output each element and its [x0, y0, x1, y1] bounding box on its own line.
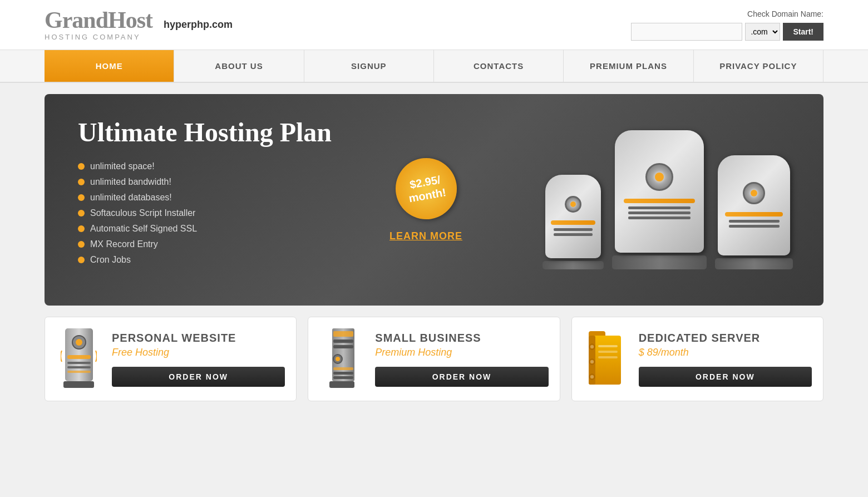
list-item: Softaculous Script Installer	[78, 208, 356, 218]
bullet-icon	[78, 194, 85, 201]
price-badge: $2.95/month!	[391, 153, 461, 224]
server-vent	[554, 228, 593, 231]
server-base	[542, 261, 604, 269]
hero-features-list: unlimited space! unlimited bandwidth! un…	[78, 161, 356, 265]
svg-rect-9	[333, 331, 353, 337]
server-tower-icon	[61, 328, 97, 390]
svg-rect-16	[333, 376, 353, 379]
nav-item-contacts: CONTACTS	[434, 50, 564, 82]
hero-content: Ultimate Hosting Plan unlimited space! u…	[78, 118, 356, 282]
svg-rect-28	[598, 351, 618, 353]
logo-brand: GrandHost	[45, 8, 152, 32]
domain-input[interactable]	[631, 23, 742, 41]
server-eye-icon	[743, 182, 765, 204]
svg-rect-5	[67, 366, 91, 368]
bullet-icon	[78, 257, 85, 263]
logo-text: GrandHost HOSTING COMPANY	[45, 8, 152, 41]
card-dedicated-title: DEDICATED SERVER	[639, 332, 812, 345]
service-cards: PERSONAL WEBSITE Free Hosting ORDER NOW	[45, 317, 823, 401]
svg-point-22	[590, 345, 594, 348]
card-business: SMALL BUSINESS Premium Hosting ORDER NOW	[308, 317, 560, 401]
list-item: Cron Jobs	[78, 255, 356, 265]
list-item: unlimited bandwidth!	[78, 177, 356, 187]
list-item: unlimited databases!	[78, 193, 356, 203]
card-dedicated-info: DEDICATED SERVER $ 89/month ORDER NOW	[639, 332, 812, 387]
hero-title: Ultimate Hosting Plan	[78, 118, 356, 147]
server-vent	[729, 220, 780, 223]
server-body-medium	[718, 155, 790, 255]
server-eye-icon	[565, 196, 581, 213]
nav-link-privacy[interactable]: PRIVACY POLICY	[694, 50, 823, 82]
svg-rect-11	[333, 345, 353, 348]
svg-rect-15	[333, 372, 353, 375]
card-dedicated: DEDICATED SERVER $ 89/month ORDER NOW	[571, 317, 823, 401]
card-personal: PERSONAL WEBSITE Free Hosting ORDER NOW	[45, 317, 297, 401]
nav-link-about[interactable]: ABOUT US	[174, 50, 304, 82]
nav-link-premium[interactable]: PREMIUM PLANS	[564, 50, 693, 82]
card-personal-info: PERSONAL WEBSITE Free Hosting ORDER NOW	[112, 332, 285, 387]
svg-rect-3	[67, 355, 91, 359]
bullet-icon	[78, 241, 85, 248]
tld-select[interactable]: .com .net .org .info	[745, 23, 780, 41]
card-personal-title: PERSONAL WEBSITE	[112, 332, 285, 345]
svg-rect-6	[67, 371, 91, 373]
svg-point-26	[590, 375, 594, 378]
nav-item-home: HOME	[45, 50, 174, 82]
server-3d-illustration	[542, 130, 793, 269]
server-base	[612, 255, 707, 269]
server-vent	[628, 216, 691, 219]
domain-check-row: .com .net .org .info Start!	[631, 23, 823, 41]
svg-rect-17	[329, 381, 354, 388]
order-now-button-dedicated[interactable]: ORDER NOW	[639, 367, 812, 387]
server-stripe	[624, 199, 695, 203]
list-item: unlimited space!	[78, 161, 356, 171]
nav-link-signup[interactable]: SIGNUP	[304, 50, 434, 82]
domain-check-section: Check Domain Name: .com .net .org .info …	[631, 9, 823, 41]
svg-point-13	[336, 357, 340, 361]
card-business-title: SMALL BUSINESS	[375, 332, 548, 345]
svg-rect-14	[333, 367, 353, 370]
server-body-large	[615, 130, 704, 253]
server-vent	[628, 206, 691, 209]
logo-url: hyperphp.com	[164, 19, 233, 31]
order-now-button-business[interactable]: ORDER NOW	[375, 367, 548, 387]
svg-rect-4	[67, 362, 91, 364]
server-unit-right	[715, 155, 793, 269]
order-now-button-personal[interactable]: ORDER NOW	[112, 367, 285, 387]
server-unit-left	[542, 175, 604, 269]
svg-rect-7	[63, 381, 94, 388]
bullet-icon	[78, 179, 85, 185]
card-dedicated-subtitle: $ 89/month	[639, 347, 812, 358]
nav-item-privacy: PRIVACY POLICY	[694, 50, 823, 82]
hero-illustration	[534, 105, 801, 294]
hero-banner: Ultimate Hosting Plan unlimited space! u…	[45, 94, 823, 306]
server-eye-icon	[645, 163, 673, 191]
svg-point-24	[590, 360, 594, 363]
folder-binder-icon	[586, 331, 625, 387]
domain-start-button[interactable]: Start!	[783, 23, 823, 41]
card-personal-icon	[56, 328, 101, 390]
bullet-icon	[78, 163, 85, 170]
nav-link-contacts[interactable]: CONTACTS	[434, 50, 564, 82]
domain-check-label: Check Domain Name:	[747, 9, 823, 18]
card-business-info: SMALL BUSINESS Premium Hosting ORDER NOW	[375, 332, 548, 387]
nav-link-home[interactable]: HOME	[45, 50, 174, 82]
logo-tagline: HOSTING COMPANY	[45, 33, 152, 41]
nav-list: HOME ABOUT US SIGNUP CONTACTS PREMIUM PL…	[45, 50, 823, 82]
site-header: GrandHost HOSTING COMPANY hyperphp.com C…	[0, 0, 868, 50]
server-vent	[729, 225, 780, 228]
svg-rect-10	[333, 339, 353, 343]
server-vent	[554, 233, 593, 236]
learn-more-link[interactable]: LEARN MORE	[389, 230, 462, 242]
nav-item-about: ABOUT US	[174, 50, 304, 82]
server-vent	[628, 211, 691, 214]
bullet-icon	[78, 225, 85, 232]
svg-rect-29	[598, 356, 618, 358]
card-personal-subtitle: Free Hosting	[112, 347, 285, 358]
svg-rect-27	[598, 345, 618, 347]
nav-item-premium: PREMIUM PLANS	[564, 50, 693, 82]
svg-point-2	[76, 339, 82, 346]
nav-item-signup: SIGNUP	[304, 50, 434, 82]
main-nav: HOME ABOUT US SIGNUP CONTACTS PREMIUM PL…	[0, 50, 868, 83]
card-business-icon	[319, 328, 364, 390]
